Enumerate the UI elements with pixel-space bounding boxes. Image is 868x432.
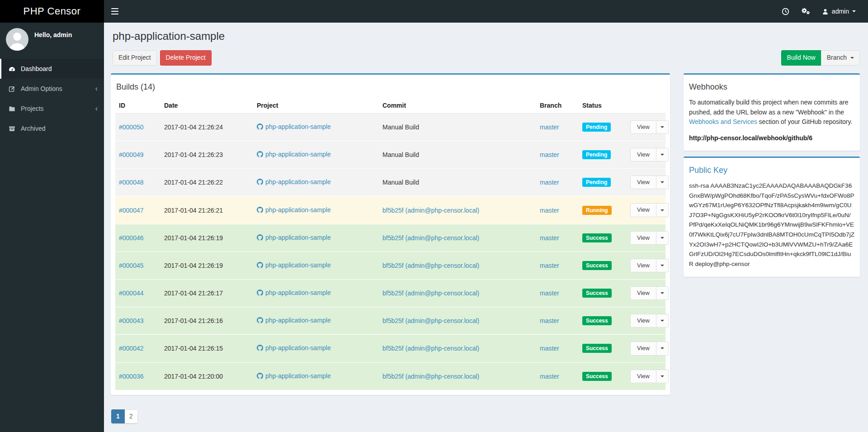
build-id-link[interactable]: #000050 [119, 123, 144, 131]
sidebar-toggle-button[interactable] [104, 0, 126, 23]
view-dropdown-button[interactable] [656, 259, 669, 272]
caret-down-icon [660, 320, 664, 322]
build-row: #000048 2017-01-04 21:26:22 php-applicat… [115, 169, 665, 196]
branch-link[interactable]: master [540, 234, 559, 242]
view-button[interactable]: View [630, 203, 656, 217]
sidebar-item-projects[interactable]: Projects ‹ [0, 99, 104, 119]
navbar-main: admin [104, 0, 868, 23]
branch-link[interactable]: master [540, 179, 559, 186]
build-id-link[interactable]: #000049 [119, 151, 144, 158]
project-link[interactable]: php-application-sample [257, 261, 331, 269]
delete-project-button[interactable]: Delete Project [160, 50, 212, 66]
project-link[interactable]: php-application-sample [257, 123, 331, 130]
project-link[interactable]: php-application-sample [257, 317, 331, 324]
view-button[interactable]: View [630, 259, 656, 272]
view-dropdown-button[interactable] [656, 314, 669, 328]
caret-down-icon [852, 10, 856, 12]
view-button[interactable]: View [630, 370, 656, 383]
sidebar-item-dashboard[interactable]: Dashboard [0, 59, 104, 79]
branch-link[interactable]: master [540, 345, 559, 352]
avatar [6, 28, 28, 51]
build-commit[interactable]: bf5b25f (admin@php-censor.local) [382, 290, 479, 297]
project-link[interactable]: php-application-sample [257, 234, 331, 241]
caret-down-icon [660, 154, 664, 156]
view-button[interactable]: View [630, 176, 656, 189]
view-dropdown-button[interactable] [656, 120, 669, 134]
project-link[interactable]: php-application-sample [257, 344, 331, 351]
build-date: 2017-01-04 21:26:22 [160, 169, 253, 196]
gears-icon [801, 7, 810, 15]
view-button[interactable]: View [630, 120, 656, 134]
github-icon [257, 179, 263, 185]
build-commit[interactable]: bf5b25f (admin@php-censor.local) [382, 373, 479, 380]
build-row: #000043 2017-01-04 21:26:16 php-applicat… [115, 307, 665, 335]
build-id-link[interactable]: #000048 [119, 179, 144, 186]
view-dropdown-button[interactable] [656, 176, 669, 189]
project-link[interactable]: php-application-sample [257, 206, 331, 214]
project-link[interactable]: php-application-sample [257, 289, 331, 296]
view-dropdown-button[interactable] [656, 370, 669, 383]
view-button[interactable]: View [630, 314, 656, 328]
build-commit[interactable]: bf5b25f (admin@php-censor.local) [382, 345, 479, 352]
sidebar-greeting: Hello, admin [34, 28, 72, 38]
project-link-label: php-application-sample [265, 261, 331, 269]
build-id-link[interactable]: #000042 [119, 345, 144, 352]
view-dropdown-button[interactable] [656, 148, 669, 161]
build-id-link[interactable]: #000036 [119, 373, 144, 380]
build-commit[interactable]: bf5b25f (admin@php-censor.local) [382, 262, 479, 269]
branch-link[interactable]: master [540, 290, 559, 297]
view-dropdown-button[interactable] [656, 231, 669, 245]
pagination-page-1[interactable]: 1 [111, 409, 125, 423]
build-row: #000049 2017-01-04 21:26:23 php-applicat… [115, 141, 665, 169]
build-id-link[interactable]: #000046 [119, 234, 144, 242]
build-commit: Manual Build [382, 123, 419, 131]
sidebar-item-admin-options[interactable]: Admin Options ‹ [0, 79, 104, 99]
user-menu[interactable]: admin [816, 0, 862, 23]
build-id-link[interactable]: #000043 [119, 317, 144, 324]
settings-button[interactable] [795, 0, 816, 23]
branch-link[interactable]: master [540, 262, 559, 269]
view-dropdown-button[interactable] [656, 286, 669, 300]
build-id-link[interactable]: #000045 [119, 262, 144, 269]
build-id-link[interactable]: #000044 [119, 290, 144, 297]
build-queue-button[interactable] [776, 0, 795, 23]
branch-link[interactable]: master [540, 317, 559, 324]
view-button[interactable]: View [630, 342, 656, 355]
build-id-link[interactable]: #000047 [119, 207, 144, 214]
project-link[interactable]: php-application-sample [257, 372, 331, 380]
view-dropdown-button[interactable] [656, 342, 669, 355]
archive-icon [7, 125, 17, 132]
build-now-button[interactable]: Build Now [781, 50, 821, 66]
view-dropdown-button[interactable] [656, 203, 669, 217]
branch-link[interactable]: master [540, 151, 559, 158]
build-commit[interactable]: bf5b25f (admin@php-censor.local) [382, 317, 479, 324]
build-commit[interactable]: bf5b25f (admin@php-censor.local) [382, 207, 479, 214]
sidebar-item-label: Dashboard [21, 65, 52, 72]
sidebar-menu: Dashboard Admin Options ‹ Projects ‹ [0, 59, 104, 138]
edit-project-button[interactable]: Edit Project [113, 50, 157, 66]
branch-link[interactable]: master [540, 123, 559, 131]
sidebar-item-archived[interactable]: Archived [0, 119, 104, 138]
builds-panel-title: Builds (14) [116, 82, 665, 92]
app-logo[interactable]: PHP Censor [0, 0, 104, 23]
webhooks-services-link[interactable]: Webhooks and Services [689, 118, 757, 125]
webhooks-title: Webhooks [689, 82, 855, 92]
branch-link[interactable]: master [540, 373, 559, 380]
status-badge: Success [582, 261, 612, 270]
branch-dropdown-button[interactable]: Branch [821, 50, 860, 66]
project-link[interactable]: php-application-sample [257, 151, 331, 158]
project-link[interactable]: php-application-sample [257, 178, 331, 185]
view-button[interactable]: View [630, 148, 656, 161]
build-commit[interactable]: bf5b25f (admin@php-censor.local) [382, 234, 479, 242]
branch-link[interactable]: master [540, 207, 559, 214]
view-button[interactable]: View [630, 286, 656, 300]
hamburger-icon [111, 8, 118, 9]
build-row: #000045 2017-01-04 21:26:19 php-applicat… [115, 252, 665, 279]
status-badge: Success [582, 344, 612, 353]
project-link-label: php-application-sample [265, 372, 331, 380]
pagination-page-2[interactable]: 2 [125, 409, 138, 423]
view-button[interactable]: View [630, 231, 656, 245]
navbar-right: admin [776, 0, 868, 23]
user-icon [822, 8, 829, 15]
build-date: 2017-01-04 21:26:17 [160, 280, 253, 307]
